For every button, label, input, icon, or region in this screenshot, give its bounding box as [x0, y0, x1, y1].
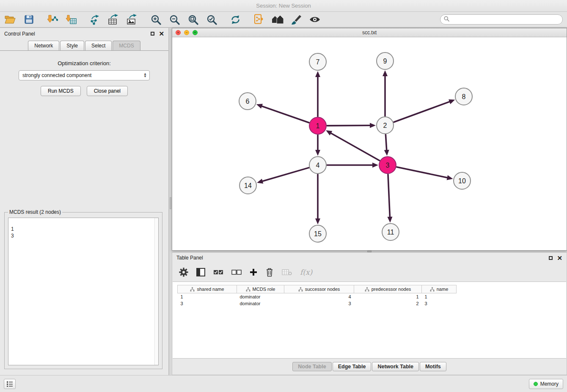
show-hide-icon[interactable]	[309, 14, 321, 25]
toolbar-group-session	[4, 14, 35, 25]
zoom-out-icon[interactable]	[168, 14, 180, 25]
control-tab-network[interactable]: Network	[28, 41, 59, 50]
table-cell[interactable]: 3	[284, 300, 354, 307]
zoom-fit-icon[interactable]	[187, 14, 199, 25]
graph-edge-1-2[interactable]	[327, 125, 371, 126]
network-canvas[interactable]: 7968124314101511	[172, 37, 567, 250]
control-panel: Control Panel ✕ NetworkStyleSelectMCDS O…	[0, 28, 169, 375]
column-header-predecessor-nodes[interactable]: predecessor nodes	[354, 285, 422, 293]
toolbar-group-import	[47, 14, 77, 25]
run-mcds-button[interactable]: Run MCDS	[41, 86, 81, 96]
export-table-icon[interactable]	[107, 14, 119, 25]
vertical-splitter-grip[interactable]	[170, 197, 171, 209]
delete-column-icon[interactable]	[265, 268, 274, 277]
graph-edge-3-10[interactable]	[397, 167, 448, 178]
table-row[interactable]: 1dominator411	[178, 293, 457, 300]
column-header-shared-name[interactable]: shared name	[178, 285, 237, 293]
table-settings-gear-icon[interactable]	[179, 268, 188, 277]
control-panel-header: Control Panel ✕	[0, 28, 168, 39]
zoom-window-icon[interactable]: +	[193, 30, 198, 35]
task-history-button[interactable]	[4, 379, 16, 389]
float-table-panel-icon[interactable]	[549, 256, 553, 260]
mcds-result-box[interactable]: 1 3	[8, 218, 159, 365]
table-tab-motifs[interactable]: Motifs	[420, 362, 446, 371]
mcds-result-fieldset: MCDS result (2 nodes) 1 3	[4, 209, 162, 369]
table-cell[interactable]: dominator	[237, 293, 284, 300]
control-panel-tabs: NetworkStyleSelectMCDS	[0, 39, 168, 51]
deselect-all-columns-icon[interactable]	[231, 270, 242, 275]
table-panel-tabs-bar: Node TableEdge TableNetwork TableMotifs	[172, 359, 567, 375]
window-title: Session: New Session	[256, 3, 311, 9]
search-icon	[444, 16, 449, 23]
graph-edge-4-14[interactable]	[262, 168, 309, 181]
result-scrollbar[interactable]	[154, 218, 158, 365]
show-columns-icon[interactable]	[196, 268, 205, 276]
control-tab-select[interactable]: Select	[85, 41, 112, 50]
style-brush-icon[interactable]	[290, 14, 302, 25]
graph-edge-3-1[interactable]	[330, 133, 380, 161]
table-cell[interactable]: 3	[422, 300, 457, 307]
graph-edge-arrowhead	[384, 150, 389, 156]
network-graph: 7968124314101511	[172, 37, 567, 250]
control-tab-mcds[interactable]: MCDS	[113, 41, 140, 50]
graph-edge-2-8[interactable]	[394, 102, 450, 122]
table-row[interactable]: 3dominator323	[178, 300, 457, 307]
table-tab-node-table[interactable]: Node Table	[292, 362, 331, 371]
select-stepper-icon: ▲▼	[143, 73, 148, 78]
table-cell[interactable]: 3	[178, 300, 237, 307]
node-table: shared nameMCDS rolesuccessor nodesprede…	[177, 285, 457, 307]
search-box[interactable]	[440, 14, 563, 25]
table-cell[interactable]: 1	[178, 293, 237, 300]
open-session-icon[interactable]	[4, 14, 16, 25]
optimization-criterion-select[interactable]: strongly connected component ▲▼	[19, 70, 150, 80]
node-table-area[interactable]: shared nameMCDS rolesuccessor nodesprede…	[173, 282, 566, 359]
table-cell[interactable]: dominator	[237, 300, 284, 307]
memory-button[interactable]: Memory	[529, 379, 563, 389]
float-panel-icon[interactable]	[151, 32, 154, 36]
export-image-icon[interactable]	[126, 14, 138, 25]
graph-edge-arrowhead	[370, 123, 376, 128]
close-table-panel-icon[interactable]: ✕	[557, 255, 562, 261]
graph-edge-arrowhead	[257, 179, 263, 184]
select-all-columns-icon[interactable]	[213, 270, 223, 275]
close-panel-button[interactable]: Close panel	[87, 86, 128, 96]
apply-layout-icon[interactable]	[229, 14, 241, 25]
column-header-name[interactable]: name	[422, 285, 457, 293]
graph-node-label-1: 1	[316, 122, 320, 130]
zoom-in-icon[interactable]	[150, 14, 162, 25]
network-window-titlebar[interactable]: × − + scc.txt	[172, 28, 567, 37]
table-cell[interactable]: 1	[354, 293, 422, 300]
column-header-successor-nodes[interactable]: successor nodes	[284, 285, 354, 293]
graph-edge-arrowhead	[315, 218, 320, 224]
table-tab-network-table[interactable]: Network Table	[372, 362, 419, 371]
table-cell[interactable]: 4	[284, 293, 354, 300]
export-network-icon[interactable]	[89, 14, 101, 25]
toolbar-group-layout	[229, 14, 241, 25]
zoom-selected-icon[interactable]	[206, 14, 217, 25]
create-column-icon[interactable]	[250, 268, 257, 276]
control-tab-style[interactable]: Style	[60, 41, 84, 50]
graph-edge-3-11[interactable]	[388, 174, 390, 218]
home-icon[interactable]	[272, 14, 284, 25]
graph-node-label-4: 4	[316, 162, 320, 169]
graph-edge-arrowhead	[315, 71, 320, 77]
import-network-icon[interactable]	[47, 14, 58, 25]
table-panel-header: Table Panel ✕	[172, 253, 567, 263]
memory-status-dot	[534, 382, 538, 386]
graph-edge-1-6[interactable]	[261, 106, 309, 123]
table-cell[interactable]: 1	[422, 293, 457, 300]
close-panel-icon[interactable]: ✕	[159, 30, 164, 37]
mcds-result-text: 1 3	[11, 226, 14, 239]
graph-edge-2-3[interactable]	[385, 135, 386, 151]
table-cell[interactable]: 2	[354, 300, 422, 307]
share-document-icon[interactable]	[253, 14, 265, 25]
import-table-icon[interactable]	[65, 14, 77, 25]
search-input[interactable]	[451, 17, 559, 22]
minimize-window-icon[interactable]: −	[184, 30, 189, 35]
save-session-icon[interactable]	[23, 14, 35, 25]
close-window-icon[interactable]: ×	[176, 30, 181, 35]
table-tab-edge-table[interactable]: Edge Table	[333, 362, 372, 371]
mcds-panel: Optimization criterion: strongly connect…	[0, 51, 168, 96]
graph-node-label-11: 11	[387, 229, 394, 236]
column-header-mcds-role[interactable]: MCDS role	[237, 285, 284, 293]
